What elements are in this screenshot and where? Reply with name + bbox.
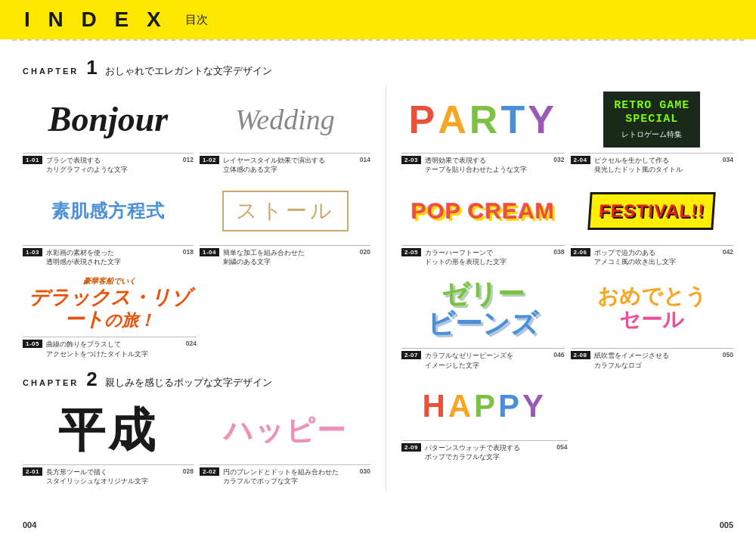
item-2-05: POP CREAM 2-05 カラーハーフトーンでドットの形を表現した文字 03…: [401, 179, 565, 272]
ch2-rrow3: ゼリー ビーンズ 2-07 カラフルなゼリービーンズをイメージした文字 046: [401, 271, 733, 374]
item-2-05-info: 2-05 カラーハーフトーンでドットの形を表現した文字 038: [401, 245, 565, 267]
main-grid: Bonjour 1-01 ブラシで表現するカリグラフィのような文字 012 We…: [23, 87, 733, 491]
ch2-rrow1: PARTY 2-03 透明効果で表現するテープを貼り合わせたような文字 032 …: [401, 87, 733, 179]
item-2-05-preview: POP CREAM: [401, 179, 565, 244]
item-1-02-preview: Wedding: [200, 87, 370, 151]
item-2-06-badge: 2-06: [571, 248, 590, 256]
item-1-01: Bonjour 1-01 ブラシで表現するカリグラフィのような文字 012: [23, 87, 194, 179]
item-1-04-page: 020: [360, 248, 370, 256]
beans-text: ビーンズ: [427, 309, 538, 339]
item-2-05-page: 038: [553, 248, 564, 256]
item-2-06-preview: FESTIVAL!!: [571, 179, 734, 244]
item-1-03-page: 018: [183, 248, 194, 256]
item-2-07-badge: 2-07: [401, 351, 421, 359]
retro-title: RETRO GAMESPECIAL: [614, 99, 689, 126]
chapter2-label: CHAPTER: [23, 378, 79, 387]
item-1-01-desc: ブラシで表現するカリグラフィのような文字: [46, 156, 179, 175]
main-content: CHAPTER 1 おしゃれでエレガントな文字デザイン Bonjour 1-01…: [0, 41, 756, 491]
footer-right-page: 005: [720, 520, 733, 529]
item-1-03-preview: 素肌感方程式: [23, 179, 194, 244]
item-2-05-desc: カラーハーフトーンでドットの形を表現した文字: [425, 248, 550, 267]
item-2-07-info: 2-07 カラフルなゼリービーンズをイメージした文字 046: [401, 348, 565, 370]
item-1-05-preview: 豪華客船でいく デラックス・リゾートの旅！: [23, 271, 197, 335]
item-2-01-badge: 2-01: [23, 467, 42, 476]
retro-subtitle: レトロゲーム特集: [614, 129, 689, 140]
item-1-02-page: 014: [360, 156, 370, 163]
item-2-06-info: 2-06 ポップで迫力のあるアメコミ風の吹き出し文字 042: [571, 245, 734, 267]
item-2-09-preview: HAPPY: [401, 374, 568, 439]
item-2-05-badge: 2-05: [401, 248, 421, 256]
item-2-01-page: 028: [183, 467, 194, 475]
item-2-07-page: 046: [553, 351, 564, 359]
chapter1-number: 1: [86, 56, 97, 79]
item-1-03-info: 1-03 水彩画の素材を使った透明感が表現された文字 018: [23, 245, 194, 267]
item-2-01: 平成 2-01 長方形ツールで描くスタイリッシュなオリジナル文字 028: [23, 399, 194, 491]
item-1-05-page: 024: [186, 340, 197, 347]
item-2-08-info: 2-08 紙吹雪をイメージさせるカラフルなロゴ 050: [571, 348, 734, 370]
item-1-05-desc: 曲線の飾りをプラスしてアクセントをつけたタイトル文字: [46, 340, 182, 359]
item-1-04-desc: 簡単な加工を組み合わせた刺繍のある文字: [223, 248, 356, 267]
item-1-04-badge: 1-04: [200, 248, 219, 256]
bonjour-text: Bonjour: [48, 99, 169, 139]
item-2-04-page: 034: [723, 156, 733, 163]
index-title: I N D E X: [24, 8, 167, 32]
item-2-04: RETRO GAMESPECIAL レトロゲーム特集 2-04 ピクセルを生かし…: [571, 87, 734, 179]
item-2-07: ゼリー ビーンズ 2-07 カラフルなゼリービーンズをイメージした文字 046: [401, 271, 565, 374]
item-1-03-badge: 1-03: [23, 248, 42, 256]
item-2-08-page: 050: [723, 351, 733, 359]
item-1-01-preview: Bonjour: [23, 87, 194, 151]
item-2-07-preview: ゼリー ビーンズ: [401, 271, 565, 346]
item-2-03: PARTY 2-03 透明効果で表現するテープを貼り合わせたような文字 032: [401, 87, 565, 179]
item-2-09-badge: 2-09: [401, 443, 421, 452]
chapter2-number: 2: [86, 368, 97, 391]
happy-jp-text: ハッピー: [224, 411, 347, 450]
item-2-03-desc: 透明効果で表現するテープを貼り合わせたような文字: [425, 156, 550, 175]
header: I N D E X 目次: [0, 0, 756, 39]
chapter1-heading: CHAPTER 1 おしゃれでエレガントな文字デザイン: [23, 56, 733, 79]
jelly-text: ゼリー: [427, 279, 538, 309]
item-2-09-info: 2-09 パターンスウォッチで表現するポップでカラフルな文字 054: [401, 440, 568, 462]
item-2-08: おめでとう セール 2-08 紙吹雪をイメージさせるカラフルなロゴ 050: [571, 271, 734, 374]
item-2-03-page: 032: [553, 156, 564, 163]
item-2-02-preview: ハッピー: [200, 399, 370, 463]
item-1-01-badge: 1-01: [23, 156, 42, 164]
item-1-05-badge: 1-05: [23, 340, 42, 348]
item-1-01-page: 012: [183, 156, 194, 163]
chapter2-heading: CHAPTER 2 親しみを感じるポップな文字デザイン: [23, 368, 370, 391]
item-2-04-info: 2-04 ピクセルを生かして作る発光したドット風のタイトル 034: [571, 153, 734, 175]
omedeto-text: おめでとう: [597, 285, 707, 309]
item-2-01-preview: 平成: [23, 399, 194, 463]
item-2-02: ハッピー 2-02 円のブレンドとドットを組み合わせたカラフルでポップな文字 0…: [200, 399, 370, 491]
sale-text: セール: [597, 309, 707, 332]
item-2-01-desc: 長方形ツールで描くスタイリッシュなオリジナル文字: [46, 467, 179, 486]
item-2-06-page: 042: [723, 248, 733, 256]
stole-text: ストール: [222, 191, 349, 231]
item-1-04: ストール 1-04 簡単な加工を組み合わせた刺繍のある文字 020: [200, 179, 370, 272]
item-2-09-desc: パターンスウォッチで表現するポップでカラフルな文字: [425, 443, 553, 462]
item-1-02: Wedding 1-02 レイヤースタイル効果で演出する立体感のある文字 014: [200, 87, 370, 179]
festival-box: FESTIVAL!!: [587, 192, 716, 230]
vertical-divider: [386, 87, 386, 491]
item-1-02-badge: 1-02: [200, 156, 219, 164]
item-2-02-info: 2-02 円のブレンドとドットを組み合わせたカラフルでポップな文字 030: [200, 464, 370, 486]
ch1-row3: 豪華客船でいく デラックス・リゾートの旅！ 1-05 曲線の飾りをプラスしてアク…: [23, 271, 197, 363]
item-2-09: HAPPY 2-09 パターンスウォッチで表現するポップでカラフルな文字 054: [401, 374, 568, 467]
item-1-05: 豪華客船でいく デラックス・リゾートの旅！ 1-05 曲線の飾りをプラスしてアク…: [23, 271, 197, 363]
festival-text: FESTIVAL!!: [598, 200, 705, 221]
ch2-rrow4: HAPPY 2-09 パターンスウォッチで表現するポップでカラフルな文字 054: [401, 374, 568, 467]
item-1-02-desc: レイヤースタイル効果で演出する立体感のある文字: [223, 156, 356, 175]
sokuhada-text: 素肌感方程式: [51, 199, 165, 223]
item-1-02-info: 1-02 レイヤースタイル効果で演出する立体感のある文字 014: [200, 153, 370, 175]
ch2-row1: 平成 2-01 長方形ツールで描くスタイリッシュなオリジナル文字 028 ハッピ…: [23, 399, 370, 491]
item-1-01-info: 1-01 ブラシで表現するカリグラフィのような文字 012: [23, 153, 194, 175]
deluxe-main: デラックス・リゾートの旅！: [23, 287, 197, 330]
item-2-01-info: 2-01 長方形ツールで描くスタイリッシュなオリジナル文字 028: [23, 464, 194, 486]
happy-en-text: HAPPY: [422, 388, 547, 424]
chapter1-title: おしゃれでエレガントな文字デザイン: [105, 64, 272, 78]
item-2-08-badge: 2-08: [571, 351, 590, 359]
item-2-03-badge: 2-03: [401, 156, 421, 164]
retro-box: RETRO GAMESPECIAL レトロゲーム特集: [603, 92, 700, 147]
ch1-row2: 素肌感方程式 1-03 水彩画の素材を使った透明感が表現された文字 018 スト…: [23, 179, 370, 272]
index-jp: 目次: [185, 13, 208, 27]
item-1-03: 素肌感方程式 1-03 水彩画の素材を使った透明感が表現された文字 018: [23, 179, 194, 272]
